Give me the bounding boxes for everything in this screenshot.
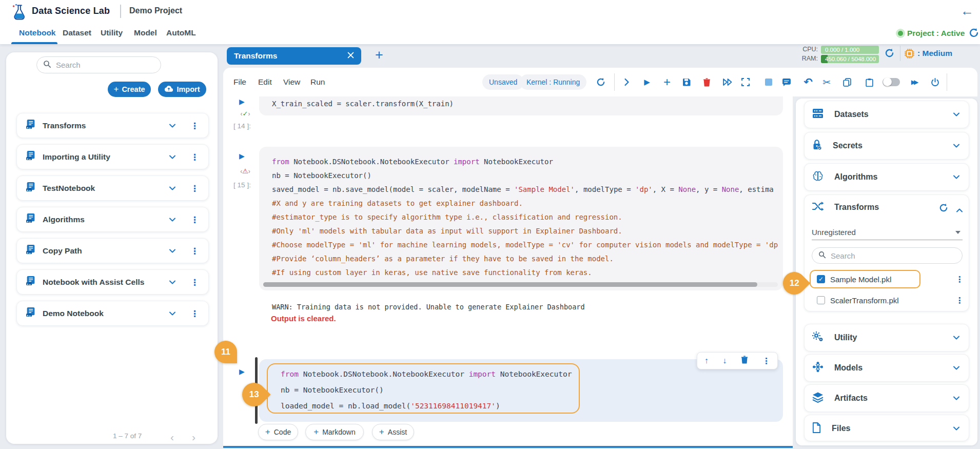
transforms-search-input[interactable]: Search [812,247,963,264]
kebab-menu-icon[interactable]: ⋮ [762,356,770,366]
section-models[interactable]: Models [804,354,969,382]
chevron-down-icon[interactable] [952,173,961,183]
kebab-menu-icon[interactable]: ⋮ [190,246,199,257]
save-notebook-icon[interactable] [679,75,694,89]
menu-icon[interactable] [958,75,972,89]
code-cell-2[interactable]: from Notebook.DSNotebook.NotebookExecuto… [259,147,783,290]
add-cell-icon[interactable]: + [660,75,674,89]
section-secrets[interactable]: Secrets [804,132,969,160]
refresh-icon[interactable] [885,48,894,60]
toggle-switch[interactable] [881,75,901,89]
delete-cell-icon[interactable] [699,75,714,89]
kebab-menu-icon[interactable]: ⋮ [955,296,964,305]
sidebar-notebook-item[interactable]: TestNotebook ⋮ [16,175,209,201]
nav-tab-utility[interactable]: Utility [101,28,123,37]
chevron-down-icon[interactable] [168,184,177,194]
transform-item-row[interactable]: ScalerTransform.pkl ⋮ [812,292,964,308]
sidebar-notebook-item[interactable]: Copy Path ⋮ [16,238,209,263]
transforms-filter-select[interactable]: Unregistered [812,225,963,240]
back-arrow-icon[interactable]: ← [961,3,974,19]
chevron-down-icon[interactable] [168,122,177,132]
menu-run[interactable]: Run [310,77,325,87]
section-algorithms[interactable]: Algorithms [804,163,969,191]
kebab-menu-icon[interactable]: ⋮ [190,121,199,131]
sidebar-notebook-item[interactable]: Notebook with Assist Cells ⋮ [16,269,209,295]
sidebar-notebook-item[interactable]: Importing a Utility ⋮ [16,144,209,169]
nav-tab-notebook[interactable]: Notebook [19,28,55,37]
new-tab-plus-icon[interactable]: + [375,47,383,63]
paste-cell-icon[interactable] [862,75,876,89]
page-prev-icon[interactable]: ‹ [170,431,174,443]
delete-cell-icon[interactable] [741,356,748,366]
sidebar-notebook-item[interactable]: Transforms ⋮ [16,113,209,138]
move-down-icon[interactable]: ↓ [722,356,727,365]
move-up-icon[interactable]: ↑ [704,356,709,365]
chevron-down-icon[interactable] [952,142,961,152]
chevron-down-icon[interactable] [952,394,961,404]
kebab-menu-icon[interactable]: ⋮ [955,275,964,284]
nav-tab-automl[interactable]: AutoML [166,28,196,37]
run-cell-play-icon[interactable]: ▶ [239,152,249,160]
annotation-outline-code[interactable]: from Notebook.DSNotebook.NotebookExecuto… [267,363,580,414]
chevron-down-icon[interactable] [952,110,961,121]
chevron-down-icon[interactable] [168,153,177,163]
kebab-menu-icon[interactable]: ⋮ [190,308,199,319]
run-next-icon[interactable] [619,75,634,89]
close-x-icon[interactable] [347,51,354,61]
page-next-icon[interactable]: › [192,431,195,443]
chevron-down-icon[interactable] [168,216,177,226]
sidebar-notebook-item[interactable]: Demo Notebook ⋮ [16,301,209,326]
run-cell-icon[interactable]: ▶ [640,75,654,89]
checkbox-checked[interactable]: ✓ [817,275,825,283]
fullscreen-icon[interactable] [738,75,753,89]
kebab-menu-icon[interactable]: ⋮ [190,277,199,288]
shuffle-icon [812,201,824,213]
sidebar-notebook-item[interactable]: Algorithms ⋮ [16,207,209,232]
open-notebook-tab[interactable]: Transforms [227,47,361,65]
fast-forward-icon[interactable]: ▶▶ [907,75,921,89]
sidebar-search-input[interactable]: Search [36,56,161,73]
refresh-icon[interactable] [939,203,948,214]
chevron-down-icon[interactable] [952,334,961,344]
interrupt-kernel-icon[interactable] [761,75,776,89]
section-datasets[interactable]: Datasets [804,101,969,128]
transform-item-row[interactable]: ✓ Sample Model.pkl ⋮ [812,271,964,287]
undo-icon[interactable]: ↶ [801,75,815,89]
notebook-file-icon [25,150,36,163]
menu-file[interactable]: File [233,77,246,87]
refresh-icon[interactable] [969,28,979,40]
nav-tab-model[interactable]: Model [134,28,157,37]
run-cell-play-icon[interactable]: ▶ [239,367,249,376]
import-button[interactable]: Import [158,82,206,97]
chevron-down-icon[interactable] [168,278,177,288]
kebab-menu-icon[interactable]: ⋮ [190,152,199,163]
run-cell-play-icon[interactable]: ▶ [239,97,249,106]
kebab-menu-icon[interactable]: ⋮ [190,183,199,194]
comments-icon[interactable] [779,75,794,89]
menu-edit[interactable]: Edit [258,77,272,87]
shutdown-kernel-icon[interactable] [928,75,942,89]
cut-cell-icon[interactable]: ✂ [819,75,834,89]
chevron-down-icon[interactable] [168,309,177,320]
add-markdown-button[interactable]: + Markdown [305,424,364,440]
horizontal-scrollbar[interactable] [263,282,778,287]
copy-cell-icon[interactable] [840,75,854,89]
run-all-icon[interactable] [720,75,735,89]
section-files[interactable]: Files [804,415,969,441]
add-assist-button[interactable]: + Assist [372,424,414,440]
chevron-down-icon[interactable] [952,424,961,435]
code-cell-1[interactable]: X_train_scaled = scaler.transform(X_trai… [259,96,783,115]
checkbox-unchecked[interactable] [817,296,825,304]
nav-tab-dataset[interactable]: Dataset [63,28,91,37]
chevron-down-icon[interactable] [168,247,177,257]
chevron-up-icon[interactable] [955,204,964,214]
chevron-down-icon[interactable] [952,364,961,374]
kebab-menu-icon[interactable]: ⋮ [190,214,199,225]
refresh-kernel-icon[interactable] [594,75,608,89]
notebook-item-label: Notebook with Assist Cells [43,278,144,287]
section-utility[interactable]: Utility [804,324,969,352]
create-button[interactable]: + Create [108,82,151,97]
section-artifacts[interactable]: Artifacts [804,384,969,412]
add-code-button[interactable]: + Code [258,424,298,440]
menu-view[interactable]: View [283,77,300,87]
